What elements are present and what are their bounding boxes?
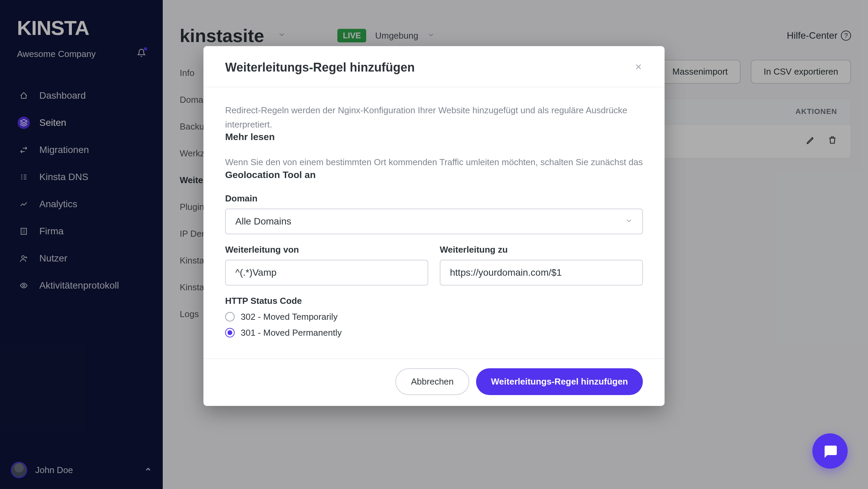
modal-title: Weiterleitungs-Regel hinzufügen (225, 60, 415, 75)
radio-icon (225, 328, 235, 337)
radio-302[interactable]: 302 - Moved Temporarily (225, 312, 643, 322)
add-redirect-modal: Weiterleitungs-Regel hinzufügen Redirect… (203, 46, 665, 406)
modal-footer: Abbrechen Weiterleitungs-Regel hinzufüge… (203, 358, 665, 406)
submit-button[interactable]: Weiterleitungs-Regel hinzufügen (476, 368, 643, 395)
redirect-fields: Weiterleitung von Weiterleitung zu (225, 244, 643, 286)
close-icon[interactable] (634, 61, 643, 74)
domain-value: Alle Domains (235, 216, 291, 227)
chat-icon (822, 443, 838, 459)
chevron-down-icon (625, 216, 633, 227)
redirect-from-input[interactable] (225, 260, 428, 286)
modal-body: Redirect-Regeln werden der Nginx-Konfigu… (203, 87, 665, 358)
modal-overlay: Weiterleitungs-Regel hinzufügen Redirect… (0, 0, 868, 489)
from-label: Weiterleitung von (225, 244, 428, 255)
redirect-to-input[interactable] (440, 260, 643, 286)
domain-select[interactable]: Alle Domains (225, 209, 643, 234)
modal-header: Weiterleitungs-Regel hinzufügen (203, 46, 665, 87)
status-code-group: HTTP Status Code 302 - Moved Temporarily… (225, 296, 643, 338)
radio-301[interactable]: 301 - Moved Permanently (225, 328, 643, 338)
radio-301-label: 301 - Moved Permanently (241, 328, 342, 338)
to-label: Weiterleitung zu (440, 244, 643, 255)
cancel-button[interactable]: Abbrechen (395, 368, 469, 395)
geolocation-link[interactable]: Geolocation Tool an (225, 170, 316, 180)
domain-field: Domain Alle Domains (225, 193, 643, 234)
radio-302-label: 302 - Moved Temporarily (241, 312, 338, 322)
radio-icon (225, 312, 235, 321)
hint-text-1: Redirect-Regeln werden der Nginx-Konfigu… (225, 105, 627, 130)
redirect-from-field: Weiterleitung von (225, 244, 428, 286)
chat-fab[interactable] (812, 433, 848, 469)
hint-paragraph-1: Redirect-Regeln werden der Nginx-Konfigu… (225, 103, 643, 142)
redirect-to-field: Weiterleitung zu (440, 244, 643, 286)
read-more-link[interactable]: Mehr lesen (225, 132, 275, 142)
hint-paragraph-2: Wenn Sie den von einem bestimmten Ort ko… (225, 155, 643, 180)
hint-text-2: Wenn Sie den von einem bestimmten Ort ko… (225, 157, 643, 167)
domain-label: Domain (225, 193, 643, 204)
status-label: HTTP Status Code (225, 296, 643, 306)
